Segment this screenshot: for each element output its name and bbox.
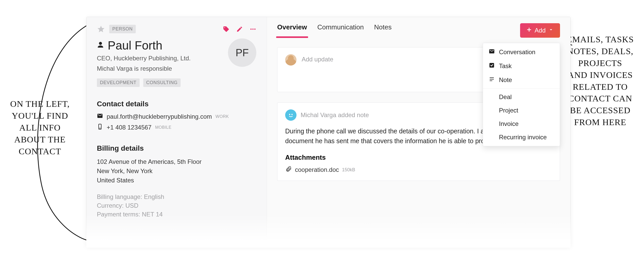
email-type-tag: WORK bbox=[216, 114, 229, 119]
contact-subtitle-owner: Michal Varga is responsible bbox=[97, 64, 224, 73]
phone-icon bbox=[97, 124, 103, 131]
tab-notes[interactable]: Notes bbox=[374, 23, 392, 37]
svg-point-0 bbox=[250, 28, 252, 30]
annotation-right: EMAILS, TASKS NOTES, DEALS, PROJECTS AND… bbox=[564, 34, 636, 128]
person-icon bbox=[97, 41, 104, 50]
dropdown-label: Task bbox=[499, 62, 512, 70]
svg-point-2 bbox=[254, 28, 256, 30]
billing-payment-terms: Payment terms: NET 14 bbox=[97, 211, 256, 218]
svg-point-10 bbox=[291, 114, 293, 115]
note-author-avatar bbox=[285, 109, 296, 121]
paperclip-icon bbox=[285, 166, 292, 174]
dropdown-separator bbox=[483, 88, 560, 89]
dropdown-item-recurring-invoice[interactable]: Recurring invoice bbox=[483, 131, 560, 144]
contact-card: PERSON Paul Forth bbox=[86, 17, 571, 246]
edit-icon[interactable] bbox=[236, 26, 243, 33]
dropdown-label: Deal bbox=[499, 93, 512, 101]
dropdown-label: Conversation bbox=[499, 49, 535, 56]
dropdown-label: Note bbox=[499, 76, 512, 84]
email-icon bbox=[97, 113, 103, 120]
dropdown-item-conversation[interactable]: Conversation bbox=[483, 45, 560, 59]
contact-phone[interactable]: +1 408 1234567 bbox=[107, 124, 151, 131]
dropdown-item-deal[interactable]: Deal bbox=[483, 90, 560, 104]
billing-address-line: 102 Avenue of the Americas, 5th Floor bbox=[97, 157, 256, 166]
favorite-star-icon[interactable] bbox=[97, 25, 105, 33]
svg-rect-8 bbox=[490, 80, 492, 81]
contact-tag[interactable]: CONSULTING bbox=[143, 78, 181, 87]
note-icon bbox=[489, 76, 495, 84]
svg-point-1 bbox=[252, 28, 254, 30]
contact-name: Paul Forth bbox=[108, 38, 162, 52]
dropdown-label: Recurring invoice bbox=[499, 134, 547, 141]
svg-rect-6 bbox=[490, 77, 494, 78]
contact-subtitle-role: CEO, Huckleberry Publishing, Ltd. bbox=[97, 54, 224, 63]
dropdown-label: Invoice bbox=[499, 120, 519, 127]
annotation-left: ON THE LEFT, YOU'LL FIND ALL INFO ABOUT … bbox=[0, 98, 80, 157]
billing-currency: Currency: USD bbox=[97, 202, 256, 209]
billing-address-line: New York, New York bbox=[97, 166, 256, 176]
tab-overview[interactable]: Overview bbox=[277, 23, 307, 37]
dropdown-item-note[interactable]: Note bbox=[483, 73, 560, 87]
more-icon[interactable] bbox=[250, 26, 256, 33]
dropdown-label: Project bbox=[499, 107, 518, 114]
svg-point-9 bbox=[289, 114, 290, 115]
add-button-label: Add bbox=[535, 27, 546, 34]
billing-address-line: United States bbox=[97, 176, 256, 185]
attachment-filename[interactable]: cooperation.doc bbox=[295, 166, 339, 173]
conversation-icon bbox=[489, 48, 495, 56]
tab-communication[interactable]: Communication bbox=[317, 23, 364, 37]
attachments-title: Attachments bbox=[285, 154, 552, 162]
chevron-down-icon bbox=[548, 27, 554, 34]
svg-rect-7 bbox=[490, 79, 494, 79]
contact-left-panel: PERSON Paul Forth bbox=[87, 17, 267, 246]
add-dropdown: Conversation Task Note Deal Project bbox=[483, 43, 560, 146]
attachment-filesize: 150kB bbox=[342, 167, 355, 173]
note-author-line: Michal Varga added note bbox=[301, 111, 369, 119]
contact-tag[interactable]: DEVELOPMENT bbox=[97, 78, 140, 87]
phone-type-tag: MOBILE bbox=[155, 125, 171, 130]
contact-email[interactable]: paul.forth@huckleberrypublishing.com bbox=[107, 113, 212, 120]
plus-icon bbox=[526, 27, 532, 34]
dropdown-item-invoice[interactable]: Invoice bbox=[483, 117, 560, 131]
contact-right-panel: Overview Communication Notes Add Convers… bbox=[267, 17, 570, 246]
avatar: PF bbox=[228, 38, 256, 67]
dropdown-item-task[interactable]: Task bbox=[483, 59, 560, 73]
task-icon bbox=[489, 62, 495, 70]
add-button[interactable]: Add bbox=[520, 23, 560, 38]
current-user-avatar bbox=[285, 54, 296, 66]
tag-icon[interactable] bbox=[223, 26, 230, 33]
billing-language: Billing language: English bbox=[97, 193, 256, 200]
billing-details-title: Billing details bbox=[97, 144, 256, 152]
contact-type-badge: PERSON bbox=[109, 25, 136, 33]
dropdown-item-project[interactable]: Project bbox=[483, 104, 560, 117]
contact-details-title: Contact details bbox=[97, 100, 256, 108]
svg-point-4 bbox=[100, 128, 100, 128]
